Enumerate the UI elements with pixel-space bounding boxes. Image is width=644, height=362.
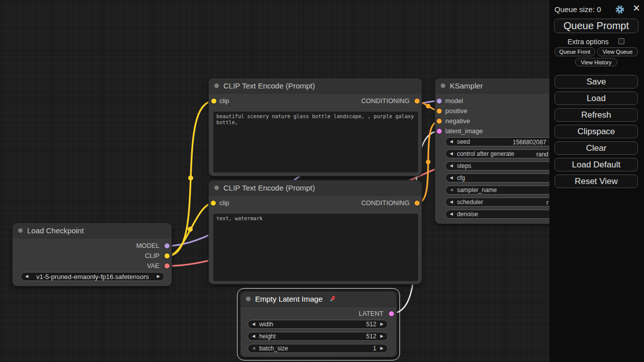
prompt-textarea[interactable]: beautiful scenery nature glass bottle la… xyxy=(213,112,418,172)
widget-value: rand xyxy=(536,150,548,158)
decrement-icon[interactable]: ◀ xyxy=(450,161,453,170)
save-button[interactable]: Save xyxy=(554,75,638,88)
node-title: KSampler xyxy=(450,81,483,90)
view-queue-button[interactable]: View Queue xyxy=(597,47,638,56)
prev-value-icon[interactable]: ◀ xyxy=(25,272,28,281)
input-label-model: model xyxy=(445,97,463,105)
extra-options-label: Extra options xyxy=(568,38,609,46)
input-label-positive: positive xyxy=(445,107,467,115)
input-port-negative[interactable] xyxy=(437,119,442,124)
output-port-conditioning[interactable] xyxy=(415,201,420,206)
widget-value: 1 xyxy=(373,345,376,352)
load-default-button[interactable]: Load Default xyxy=(554,158,638,171)
widget-value: 512 xyxy=(366,333,376,340)
queue-prompt-button[interactable]: Queue Prompt xyxy=(554,19,638,33)
input-label-clip: clip xyxy=(219,97,229,105)
graph-canvas[interactable]: Load Checkpoint MODEL CLIP VAE ◀ v1-5-pr… xyxy=(0,0,644,362)
clear-button[interactable]: Clear xyxy=(554,141,638,155)
decrement-icon[interactable]: ◀ xyxy=(450,210,453,219)
widget-label: denoise xyxy=(457,211,478,218)
decrement-icon[interactable]: ◀ xyxy=(252,344,255,353)
output-port-model[interactable] xyxy=(165,243,170,248)
widget-label: height xyxy=(259,333,276,340)
batch-size-widget[interactable]: ◀ batch_size 1 ▶ xyxy=(248,344,388,353)
gear-icon[interactable] xyxy=(615,5,625,15)
next-value-icon[interactable]: ▶ xyxy=(157,272,160,281)
comfy-menu: Queue size: 0 × Queue Prompt Extra optio… xyxy=(549,0,644,362)
width-widget[interactable]: ◀ width 512 ▶ xyxy=(248,320,388,329)
widget-value: 512 xyxy=(366,321,376,328)
node-titlebar[interactable]: CLIP Text Encode (Prompt) xyxy=(209,78,422,94)
output-label-conditioning: CONDITIONING xyxy=(361,97,410,105)
prompt-textarea[interactable]: text, watermark xyxy=(213,214,418,281)
node-empty-latent-image[interactable]: Empty Latent Image LATENT ◀ width 512 ▶ … xyxy=(240,292,396,357)
input-label-negative: negative xyxy=(445,117,470,125)
link-dot[interactable] xyxy=(188,175,193,180)
collapse-dot-icon[interactable] xyxy=(246,297,251,301)
collapse-dot-icon[interactable] xyxy=(18,228,23,233)
output-port-clip[interactable] xyxy=(165,253,170,258)
input-port-clip[interactable] xyxy=(211,99,216,104)
input-port-positive[interactable] xyxy=(437,109,442,114)
height-widget[interactable]: ◀ height 512 ▶ xyxy=(248,332,388,341)
output-label-conditioning: CONDITIONING xyxy=(361,199,410,207)
input-port-model[interactable] xyxy=(437,99,442,104)
view-history-button[interactable]: View History xyxy=(575,58,617,66)
collapse-dot-icon[interactable] xyxy=(441,83,445,88)
extra-options-checkbox[interactable] xyxy=(618,38,624,44)
increment-icon[interactable]: ▶ xyxy=(380,320,383,329)
widget-label: seed xyxy=(457,138,470,145)
node-title: CLIP Text Encode (Prompt) xyxy=(223,184,315,192)
close-icon[interactable]: × xyxy=(633,1,640,15)
decrement-icon[interactable]: ◀ xyxy=(450,186,453,195)
link-dot[interactable] xyxy=(188,227,193,232)
output-port-vae[interactable] xyxy=(165,263,170,268)
node-titlebar[interactable]: Empty Latent Image xyxy=(240,292,396,307)
node-title: Load Checkpoint xyxy=(27,226,84,235)
widget-value: r xyxy=(546,199,548,207)
ckpt-name-value: v1-5-pruned-emaonly-fp16.safetensors xyxy=(36,273,149,281)
node-titlebar[interactable]: Load Checkpoint xyxy=(13,223,172,238)
widget-label: steps xyxy=(457,162,471,169)
decrement-icon[interactable]: ◀ xyxy=(450,149,453,158)
increment-icon[interactable]: ▶ xyxy=(380,344,383,353)
node-load-checkpoint[interactable]: Load Checkpoint MODEL CLIP VAE ◀ v1-5-pr… xyxy=(13,223,172,286)
queue-front-button[interactable]: Queue Front xyxy=(554,47,595,56)
widget-label: scheduler xyxy=(457,199,483,206)
widget-label: control after generate xyxy=(457,150,514,157)
widget-value: 1566802087 xyxy=(513,138,546,146)
clipspace-button[interactable]: Clipspace xyxy=(554,125,638,138)
output-label-vae: VAE xyxy=(147,262,159,270)
collapse-dot-icon[interactable] xyxy=(214,186,219,190)
link-dot[interactable] xyxy=(426,160,431,164)
decrement-icon[interactable]: ◀ xyxy=(450,137,453,146)
load-button[interactable]: Load xyxy=(554,92,638,105)
link-dot[interactable] xyxy=(426,104,431,109)
widget-label: cfg xyxy=(457,174,465,182)
pushpin-icon xyxy=(329,295,336,304)
refresh-button[interactable]: Refresh xyxy=(554,108,638,122)
decrement-icon[interactable]: ◀ xyxy=(252,320,255,329)
node-clip-text-encode-negative[interactable]: CLIP Text Encode (Prompt) clip CONDITION… xyxy=(209,180,422,284)
node-title: CLIP Text Encode (Prompt) xyxy=(223,81,315,90)
input-label-latent-image: latent_image xyxy=(445,127,482,135)
collapse-dot-icon[interactable] xyxy=(214,83,219,88)
decrement-icon[interactable]: ◀ xyxy=(252,332,255,341)
ckpt-name-combo[interactable]: ◀ v1-5-pruned-emaonly-fp16.safetensors ▶ xyxy=(21,272,165,281)
input-label-clip: clip xyxy=(219,199,229,207)
decrement-icon[interactable]: ◀ xyxy=(450,173,453,183)
output-label-model: MODEL xyxy=(136,242,159,250)
node-clip-text-encode-positive[interactable]: CLIP Text Encode (Prompt) clip CONDITION… xyxy=(209,78,422,176)
decrement-icon[interactable]: ◀ xyxy=(450,198,453,207)
output-label-latent: LATENT xyxy=(359,310,383,318)
reset-view-button[interactable]: Reset View xyxy=(554,174,638,188)
input-port-clip[interactable] xyxy=(211,201,216,206)
increment-icon[interactable]: ▶ xyxy=(380,332,383,341)
output-port-latent[interactable] xyxy=(389,311,394,316)
queue-size-label: Queue size: 0 xyxy=(554,5,601,14)
input-port-latent-image[interactable] xyxy=(437,129,442,134)
node-titlebar[interactable]: CLIP Text Encode (Prompt) xyxy=(209,180,422,196)
widget-label: width xyxy=(259,321,273,328)
output-label-clip: CLIP xyxy=(145,252,159,260)
output-port-conditioning[interactable] xyxy=(415,99,420,104)
